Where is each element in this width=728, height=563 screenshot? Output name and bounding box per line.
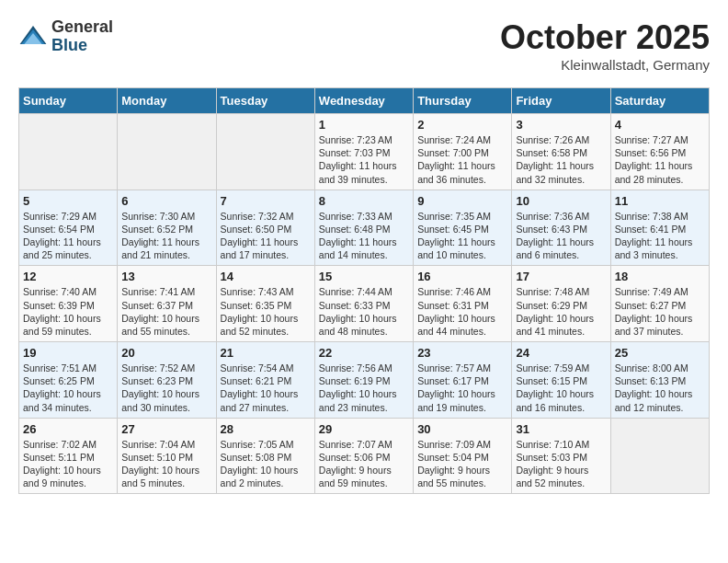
week-row-2: 5Sunrise: 7:29 AM Sunset: 6:54 PM Daylig… <box>19 190 710 266</box>
day-info: Sunrise: 7:10 AM Sunset: 5:03 PM Dayligh… <box>516 438 606 490</box>
day-cell: 13Sunrise: 7:41 AM Sunset: 6:37 PM Dayli… <box>118 266 216 342</box>
day-info: Sunrise: 7:36 AM Sunset: 6:43 PM Dayligh… <box>516 210 606 262</box>
day-number: 18 <box>615 270 705 283</box>
day-number: 17 <box>516 270 606 283</box>
day-cell: 18Sunrise: 7:49 AM Sunset: 6:27 PM Dayli… <box>610 266 709 342</box>
day-number: 13 <box>121 270 211 283</box>
day-cell: 31Sunrise: 7:10 AM Sunset: 5:03 PM Dayli… <box>512 418 610 494</box>
day-info: Sunrise: 7:52 AM Sunset: 6:23 PM Dayligh… <box>121 362 211 414</box>
day-cell: 3Sunrise: 7:26 AM Sunset: 6:58 PM Daylig… <box>512 114 610 190</box>
day-cell: 1Sunrise: 7:23 AM Sunset: 7:03 PM Daylig… <box>314 114 413 190</box>
day-info: Sunrise: 7:07 AM Sunset: 5:06 PM Dayligh… <box>319 438 409 490</box>
day-info: Sunrise: 7:54 AM Sunset: 6:21 PM Dayligh… <box>221 362 311 414</box>
day-info: Sunrise: 7:33 AM Sunset: 6:48 PM Dayligh… <box>319 210 409 262</box>
day-cell: 29Sunrise: 7:07 AM Sunset: 5:06 PM Dayli… <box>314 418 413 494</box>
day-number: 2 <box>417 118 507 132</box>
logo-icon <box>18 22 48 52</box>
day-number: 24 <box>516 346 606 360</box>
day-cell <box>216 114 314 190</box>
logo-text: General Blue <box>51 18 113 55</box>
location-text: Kleinwallstadt, Germany <box>500 57 710 73</box>
day-number: 30 <box>417 422 507 436</box>
logo-blue-text: Blue <box>51 37 113 55</box>
day-cell: 14Sunrise: 7:43 AM Sunset: 6:35 PM Dayli… <box>216 266 314 342</box>
day-number: 31 <box>516 422 606 436</box>
day-cell: 23Sunrise: 7:57 AM Sunset: 6:17 PM Dayli… <box>414 342 512 419</box>
day-info: Sunrise: 7:23 AM Sunset: 7:03 PM Dayligh… <box>319 133 409 186</box>
day-cell <box>118 114 216 190</box>
week-row-1: 1Sunrise: 7:23 AM Sunset: 7:03 PM Daylig… <box>19 114 710 190</box>
day-cell: 19Sunrise: 7:51 AM Sunset: 6:25 PM Dayli… <box>19 342 118 419</box>
day-cell <box>19 114 118 190</box>
day-info: Sunrise: 7:35 AM Sunset: 6:45 PM Dayligh… <box>417 210 507 262</box>
day-cell: 6Sunrise: 7:30 AM Sunset: 6:52 PM Daylig… <box>118 190 216 266</box>
day-number: 1 <box>319 118 409 132</box>
day-info: Sunrise: 7:49 AM Sunset: 6:27 PM Dayligh… <box>615 285 705 338</box>
day-info: Sunrise: 7:04 AM Sunset: 5:10 PM Dayligh… <box>121 438 211 490</box>
page-header: General Blue October 2025 Kleinwallstadt… <box>18 18 710 73</box>
day-number: 19 <box>23 346 113 360</box>
day-info: Sunrise: 7:27 AM Sunset: 6:56 PM Dayligh… <box>615 133 705 186</box>
day-cell: 28Sunrise: 7:05 AM Sunset: 5:08 PM Dayli… <box>216 418 314 494</box>
day-number: 8 <box>319 194 409 208</box>
day-info: Sunrise: 7:32 AM Sunset: 6:50 PM Dayligh… <box>221 210 311 262</box>
day-number: 5 <box>23 194 113 208</box>
calendar-body: 1Sunrise: 7:23 AM Sunset: 7:03 PM Daylig… <box>19 114 710 494</box>
day-cell: 27Sunrise: 7:04 AM Sunset: 5:10 PM Dayli… <box>118 418 216 494</box>
title-section: October 2025 Kleinwallstadt, Germany <box>500 18 710 73</box>
day-number: 4 <box>615 118 705 132</box>
col-tuesday: Tuesday <box>216 88 314 114</box>
day-info: Sunrise: 7:44 AM Sunset: 6:33 PM Dayligh… <box>319 285 409 338</box>
col-friday: Friday <box>512 88 610 114</box>
day-cell: 24Sunrise: 7:59 AM Sunset: 6:15 PM Dayli… <box>512 342 610 419</box>
day-number: 26 <box>23 422 113 436</box>
day-number: 7 <box>221 194 311 208</box>
day-cell: 10Sunrise: 7:36 AM Sunset: 6:43 PM Dayli… <box>512 190 610 266</box>
day-number: 22 <box>319 346 409 360</box>
day-info: Sunrise: 7:48 AM Sunset: 6:29 PM Dayligh… <box>516 285 606 338</box>
col-thursday: Thursday <box>414 88 512 114</box>
day-number: 29 <box>319 422 409 436</box>
day-info: Sunrise: 7:51 AM Sunset: 6:25 PM Dayligh… <box>23 362 113 414</box>
day-cell: 5Sunrise: 7:29 AM Sunset: 6:54 PM Daylig… <box>19 190 118 266</box>
day-info: Sunrise: 7:59 AM Sunset: 6:15 PM Dayligh… <box>516 362 606 414</box>
day-info: Sunrise: 7:43 AM Sunset: 6:35 PM Dayligh… <box>221 285 311 338</box>
day-cell: 20Sunrise: 7:52 AM Sunset: 6:23 PM Dayli… <box>118 342 216 419</box>
day-info: Sunrise: 7:57 AM Sunset: 6:17 PM Dayligh… <box>417 362 507 414</box>
day-info: Sunrise: 7:02 AM Sunset: 5:11 PM Dayligh… <box>23 438 113 490</box>
day-number: 6 <box>121 194 211 208</box>
col-monday: Monday <box>118 88 216 114</box>
day-info: Sunrise: 7:26 AM Sunset: 6:58 PM Dayligh… <box>516 133 606 186</box>
day-number: 9 <box>417 194 507 208</box>
day-info: Sunrise: 7:56 AM Sunset: 6:19 PM Dayligh… <box>319 362 409 414</box>
day-number: 12 <box>23 270 113 283</box>
day-cell: 2Sunrise: 7:24 AM Sunset: 7:00 PM Daylig… <box>414 114 512 190</box>
day-info: Sunrise: 8:00 AM Sunset: 6:13 PM Dayligh… <box>615 362 705 414</box>
day-cell: 22Sunrise: 7:56 AM Sunset: 6:19 PM Dayli… <box>314 342 413 419</box>
col-wednesday: Wednesday <box>314 88 413 114</box>
day-number: 23 <box>417 346 507 360</box>
day-info: Sunrise: 7:24 AM Sunset: 7:00 PM Dayligh… <box>417 133 507 186</box>
day-number: 21 <box>221 346 311 360</box>
day-cell: 16Sunrise: 7:46 AM Sunset: 6:31 PM Dayli… <box>414 266 512 342</box>
day-cell: 12Sunrise: 7:40 AM Sunset: 6:39 PM Dayli… <box>19 266 118 342</box>
day-info: Sunrise: 7:41 AM Sunset: 6:37 PM Dayligh… <box>121 285 211 338</box>
calendar-table: Sunday Monday Tuesday Wednesday Thursday… <box>18 87 710 494</box>
day-cell: 25Sunrise: 8:00 AM Sunset: 6:13 PM Dayli… <box>610 342 709 419</box>
day-number: 20 <box>121 346 211 360</box>
day-number: 15 <box>319 270 409 283</box>
day-info: Sunrise: 7:05 AM Sunset: 5:08 PM Dayligh… <box>221 438 311 490</box>
day-cell: 30Sunrise: 7:09 AM Sunset: 5:04 PM Dayli… <box>414 418 512 494</box>
col-saturday: Saturday <box>610 88 709 114</box>
month-title: October 2025 <box>500 18 710 57</box>
day-cell: 21Sunrise: 7:54 AM Sunset: 6:21 PM Dayli… <box>216 342 314 419</box>
day-info: Sunrise: 7:09 AM Sunset: 5:04 PM Dayligh… <box>417 438 507 490</box>
logo: General Blue <box>18 18 113 55</box>
logo-general-text: General <box>51 18 113 37</box>
week-row-5: 26Sunrise: 7:02 AM Sunset: 5:11 PM Dayli… <box>19 418 710 494</box>
day-cell: 9Sunrise: 7:35 AM Sunset: 6:45 PM Daylig… <box>414 190 512 266</box>
day-info: Sunrise: 7:38 AM Sunset: 6:41 PM Dayligh… <box>615 210 705 262</box>
day-number: 25 <box>615 346 705 360</box>
day-cell: 8Sunrise: 7:33 AM Sunset: 6:48 PM Daylig… <box>314 190 413 266</box>
day-info: Sunrise: 7:46 AM Sunset: 6:31 PM Dayligh… <box>417 285 507 338</box>
